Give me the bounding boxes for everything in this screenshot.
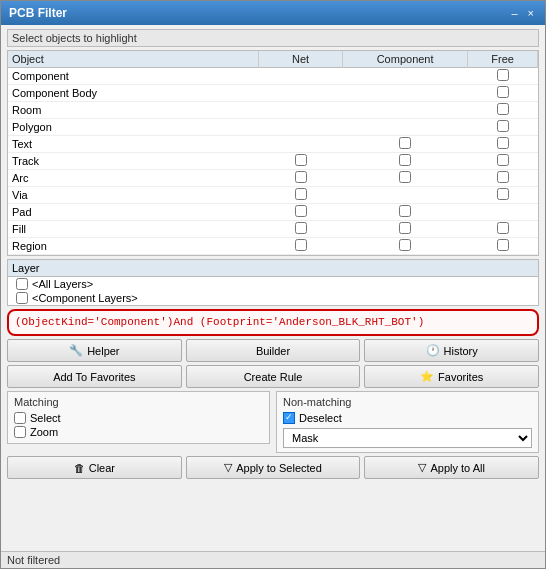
layer-section: Layer <All Layers> <Component Layers> (7, 259, 539, 306)
table-row: Text (8, 136, 538, 153)
history-icon: 🕐 (426, 344, 440, 357)
layer-item-all[interactable]: <All Layers> (8, 277, 538, 291)
layer-comp-checkbox[interactable] (16, 292, 28, 304)
table-row: Region (8, 238, 538, 255)
apply-selected-icon: ▽ (224, 461, 232, 474)
apply-all-label: Apply to All (430, 462, 484, 474)
row-net-checkbox[interactable] (295, 171, 307, 183)
status-text: Not filtered (7, 554, 60, 566)
row-free-checkbox[interactable] (497, 239, 509, 251)
col-component: Component (342, 51, 467, 68)
row-free-cell (468, 153, 538, 170)
row-object-name: Text (8, 136, 259, 153)
close-button[interactable]: × (525, 8, 537, 19)
non-matching-group: Non-matching Deselect Mask Dim Normal (276, 391, 539, 453)
row-free-checkbox[interactable] (497, 137, 509, 149)
add-favorites-label: Add To Favorites (53, 371, 135, 383)
row-comp-checkbox[interactable] (399, 239, 411, 251)
row-net-cell (259, 170, 343, 187)
apply-selected-label: Apply to Selected (236, 462, 322, 474)
matching-select-checkbox[interactable] (14, 412, 26, 424)
matching-zoom-item: Zoom (14, 425, 263, 439)
row-free-checkbox[interactable] (497, 154, 509, 166)
row-net-cell (259, 238, 343, 255)
create-rule-button[interactable]: Create Rule (186, 365, 361, 388)
table-row: Fill (8, 221, 538, 238)
row-net-cell (259, 102, 343, 119)
row-free-checkbox[interactable] (497, 86, 509, 98)
row-net-checkbox[interactable] (295, 154, 307, 166)
layer-item-comp[interactable]: <Component Layers> (8, 291, 538, 305)
non-matching-deselect-item: Deselect (283, 411, 532, 425)
row-comp-cell (342, 102, 467, 119)
select-label: Select objects to highlight (7, 29, 539, 47)
row-free-checkbox[interactable] (497, 69, 509, 81)
add-favorites-button[interactable]: Add To Favorites (7, 365, 182, 388)
matching-zoom-checkbox[interactable] (14, 426, 26, 438)
row-net-checkbox[interactable] (295, 205, 307, 217)
clear-button[interactable]: 🗑 Clear (7, 456, 182, 479)
row-comp-checkbox[interactable] (399, 205, 411, 217)
row-free-checkbox[interactable] (497, 120, 509, 132)
row-net-cell (259, 85, 343, 102)
title-controls: – × (508, 8, 537, 19)
row-object-name: Arc (8, 170, 259, 187)
matching-title: Matching (14, 396, 263, 408)
main-content: Select objects to highlight Object Net C… (1, 25, 545, 551)
apply-all-button[interactable]: ▽ Apply to All (364, 456, 539, 479)
row-object-name: Component Body (8, 85, 259, 102)
pin-button[interactable]: – (508, 8, 520, 19)
row-net-checkbox[interactable] (295, 188, 307, 200)
helper-button[interactable]: 🔧 Helper (7, 339, 182, 362)
bottom-buttons: 🗑 Clear ▽ Apply to Selected ▽ Apply to A… (7, 456, 539, 479)
table-row: Track (8, 153, 538, 170)
row-net-checkbox[interactable] (295, 222, 307, 234)
mask-dropdown[interactable]: Mask Dim Normal (283, 428, 532, 448)
row-net-cell (259, 153, 343, 170)
row-object-name: Component (8, 68, 259, 85)
helper-icon: 🔧 (69, 344, 83, 357)
non-matching-deselect-label: Deselect (299, 412, 342, 424)
row-net-cell (259, 187, 343, 204)
row-free-cell (468, 68, 538, 85)
row-comp-checkbox[interactable] (399, 137, 411, 149)
history-button[interactable]: 🕐 History (364, 339, 539, 362)
row-net-cell (259, 68, 343, 85)
row-object-name: Track (8, 153, 259, 170)
row-comp-checkbox[interactable] (399, 171, 411, 183)
row-comp-checkbox[interactable] (399, 154, 411, 166)
row-object-name: Pad (8, 204, 259, 221)
row-object-name: Via (8, 187, 259, 204)
deselect-checkbox-checked[interactable] (283, 412, 295, 424)
row-comp-checkbox[interactable] (399, 222, 411, 234)
row-free-cell (468, 136, 538, 153)
layer-label: Layer (12, 262, 40, 274)
layer-all-label: <All Layers> (32, 278, 93, 290)
table-row: Via (8, 187, 538, 204)
apply-selected-button[interactable]: ▽ Apply to Selected (186, 456, 361, 479)
filter-expression[interactable]: (ObjectKind='Component')And (Footprint='… (7, 309, 539, 336)
row-net-checkbox[interactable] (295, 239, 307, 251)
row-object-name: Polygon (8, 119, 259, 136)
table-row: Room (8, 102, 538, 119)
layer-header: Layer (8, 260, 538, 277)
row-free-checkbox[interactable] (497, 171, 509, 183)
favorites-label: Favorites (438, 371, 483, 383)
status-bar: Not filtered (1, 551, 545, 568)
row-comp-cell (342, 68, 467, 85)
apply-all-icon: ▽ (418, 461, 426, 474)
layer-all-checkbox[interactable] (16, 278, 28, 290)
row-free-checkbox[interactable] (497, 188, 509, 200)
matching-zoom-label: Zoom (30, 426, 58, 438)
row-free-checkbox[interactable] (497, 222, 509, 234)
layer-list[interactable]: <All Layers> <Component Layers> (8, 277, 538, 305)
row-object-name: Room (8, 102, 259, 119)
builder-button[interactable]: Builder (186, 339, 361, 362)
favorites-icon: ⭐ (420, 370, 434, 383)
row-free-checkbox[interactable] (497, 103, 509, 115)
builder-label: Builder (256, 345, 290, 357)
row-comp-cell (342, 221, 467, 238)
row-free-cell (468, 170, 538, 187)
row-free-cell (468, 85, 538, 102)
favorites-button[interactable]: ⭐ Favorites (364, 365, 539, 388)
